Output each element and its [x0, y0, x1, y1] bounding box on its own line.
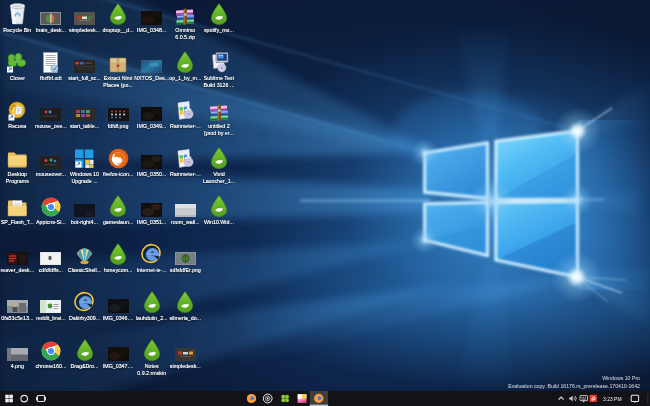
svg-text:Windows 10 Pro: Windows 10 Pro: [602, 375, 640, 381]
svg-text:3:23 PM: 3:23 PM: [603, 396, 622, 402]
svg-text:Evaluation copy. Build 16176.r: Evaluation copy. Build 16176.rs_prerelea…: [508, 383, 640, 389]
